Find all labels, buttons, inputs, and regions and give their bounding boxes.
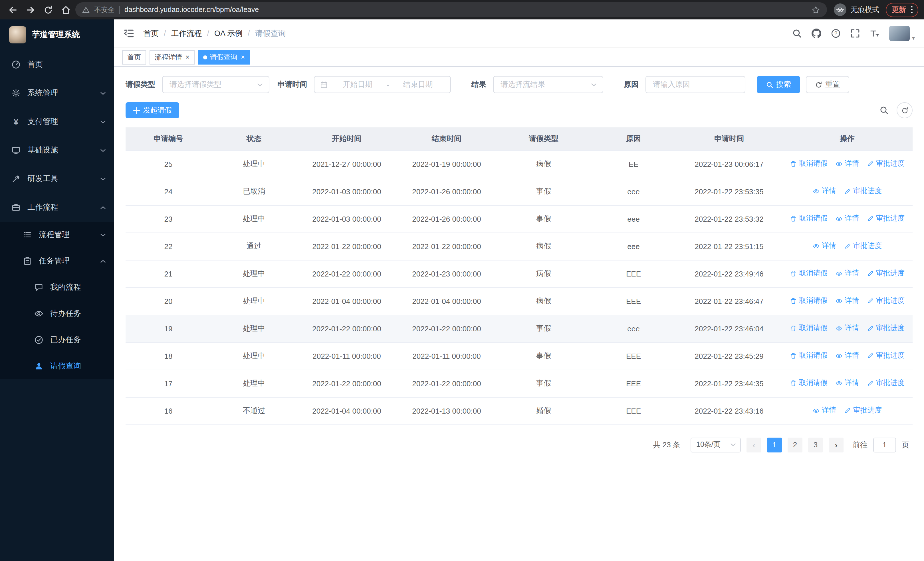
cancel-leave-link[interactable]: 取消请假	[790, 159, 828, 169]
create-leave-button[interactable]: 发起请假	[126, 102, 179, 118]
reason-input[interactable]: 请输入原因	[645, 76, 746, 93]
end-date-input[interactable]: 结束日期	[391, 80, 445, 90]
progress-link[interactable]: 审批进度	[867, 379, 904, 388]
back-icon[interactable]	[8, 5, 18, 15]
breadcrumb-home[interactable]: 首页	[143, 28, 159, 39]
next-page-button[interactable]: ›	[829, 437, 843, 452]
sidebar-collapse-icon[interactable]	[123, 28, 134, 39]
cell-start-time: 2022-01-22 00:00:00	[297, 370, 397, 397]
update-button[interactable]: 更新	[892, 5, 906, 15]
cancel-leave-link[interactable]: 取消请假	[790, 296, 828, 306]
goto-page-input[interactable]	[873, 437, 896, 452]
sidebar-item-process-mgmt[interactable]: 流程管理	[0, 222, 114, 248]
browser-update-menu: 更新	[886, 3, 918, 17]
progress-link[interactable]: 审批进度	[844, 241, 882, 251]
browser-menu-icon[interactable]	[911, 5, 913, 14]
cancel-leave-link[interactable]: 取消请假	[790, 269, 828, 278]
app-logo[interactable]: 芋道管理系统	[0, 20, 114, 50]
detail-link[interactable]: 详情	[813, 406, 836, 416]
page-button-1[interactable]: 1	[767, 437, 782, 452]
bookmark-star-icon[interactable]	[812, 5, 820, 14]
tab-process-detail[interactable]: 流程详情 ×	[150, 50, 195, 64]
start-date-input[interactable]: 开始日期	[331, 80, 384, 90]
forward-icon[interactable]	[26, 5, 35, 15]
sidebar-item-payment-mgmt[interactable]: ¥ 支付管理	[0, 107, 114, 136]
breadcrumb-workflow[interactable]: 工作流程	[171, 28, 202, 39]
cell-apply-id: 22	[126, 233, 211, 260]
user-avatar-menu[interactable]: ▾	[889, 26, 915, 41]
search-button[interactable]: 搜索	[757, 76, 800, 93]
github-icon[interactable]	[812, 29, 821, 38]
url-bar[interactable]: 不安全 dashboard.yudao.iocoder.cn/bpm/oa/le…	[75, 2, 827, 17]
detail-link[interactable]: 详情	[836, 296, 859, 306]
progress-link[interactable]: 审批进度	[867, 159, 904, 169]
cancel-leave-link[interactable]: 取消请假	[790, 214, 828, 224]
prev-page-button[interactable]: ‹	[747, 437, 761, 452]
leave-type-select[interactable]: 请选择请假类型	[162, 76, 269, 93]
sidebar-item-my-process[interactable]: 我的流程	[0, 274, 114, 301]
cell-apply-time: 2022-01-23 00:06:17	[676, 150, 782, 177]
sidebar-item-task-mgmt[interactable]: 任务管理	[0, 248, 114, 274]
detail-link[interactable]: 详情	[836, 159, 859, 169]
detail-link[interactable]: 详情	[836, 269, 859, 278]
help-icon[interactable]: ?	[831, 29, 841, 38]
cancel-leave-link[interactable]: 取消请假	[790, 351, 828, 361]
incognito-badge: 无痕模式	[834, 3, 879, 16]
sidebar-item-dev-tools[interactable]: 研发工具	[0, 164, 114, 193]
progress-link[interactable]: 审批进度	[867, 351, 904, 361]
breadcrumb-current: 请假查询	[255, 28, 286, 39]
cancel-leave-link[interactable]: 取消请假	[790, 323, 828, 333]
page-button-3[interactable]: 3	[808, 437, 823, 452]
tab-home[interactable]: 首页	[122, 50, 146, 64]
font-size-icon[interactable]	[870, 29, 879, 38]
detail-link[interactable]: 详情	[836, 351, 859, 361]
search-icon[interactable]	[792, 29, 802, 38]
progress-link[interactable]: 审批进度	[867, 269, 904, 278]
page-size-select[interactable]: 10条/页	[691, 437, 741, 452]
tab-leave-query[interactable]: 请假查询 ×	[198, 50, 250, 64]
progress-link[interactable]: 审批进度	[844, 406, 882, 416]
user-icon	[34, 362, 44, 371]
detail-link[interactable]: 详情	[813, 241, 836, 251]
cell-leave-type: 病假	[496, 233, 591, 260]
sidebar-item-leave-query[interactable]: 请假查询	[0, 353, 114, 379]
sidebar-item-home[interactable]: 首页	[0, 50, 114, 79]
fullscreen-icon[interactable]	[850, 29, 860, 38]
sidebar-item-system-mgmt[interactable]: 系统管理	[0, 79, 114, 107]
sidebar-item-todo-tasks[interactable]: 待办任务	[0, 301, 114, 327]
reset-button[interactable]: 重置	[806, 76, 849, 93]
sidebar-item-workflow[interactable]: 工作流程	[0, 193, 114, 222]
progress-link[interactable]: 审批进度	[867, 214, 904, 224]
home-icon[interactable]	[61, 5, 71, 15]
col-operations: 操作	[782, 127, 913, 150]
clipboard-icon	[23, 257, 32, 266]
sidebar-item-done-tasks[interactable]: 已办任务	[0, 327, 114, 353]
sidebar-item-infrastructure[interactable]: 基础设施	[0, 136, 114, 164]
progress-link[interactable]: 审批进度	[844, 186, 882, 196]
cell-reason: eee	[591, 233, 676, 260]
detail-link[interactable]: 详情	[813, 186, 836, 196]
cancel-leave-link[interactable]: 取消请假	[790, 379, 828, 388]
toggle-search-icon[interactable]	[879, 106, 889, 115]
detail-link[interactable]: 详情	[836, 323, 859, 333]
gear-icon	[11, 89, 21, 98]
progress-link[interactable]: 审批进度	[867, 323, 904, 333]
cell-apply-time: 2022-01-22 23:45:29	[676, 342, 782, 370]
breadcrumb-oa-example[interactable]: OA 示例	[214, 28, 243, 39]
reload-icon[interactable]	[44, 5, 53, 15]
refresh-table-button[interactable]	[897, 102, 913, 118]
goto-suffix: 页	[902, 439, 909, 450]
table-row: 21 处理中 2022-01-22 00:00:00 2022-01-23 00…	[126, 260, 913, 287]
cell-apply-id: 16	[126, 397, 211, 424]
result-select[interactable]: 请选择流结果	[493, 76, 603, 93]
cell-apply-id: 20	[126, 287, 211, 315]
apply-time-range-picker[interactable]: 开始日期 - 结束日期	[314, 76, 451, 93]
page-button-2[interactable]: 2	[788, 437, 802, 452]
detail-link[interactable]: 详情	[836, 214, 859, 224]
progress-link[interactable]: 审批进度	[867, 296, 904, 306]
security-warning-icon	[82, 6, 90, 14]
close-icon[interactable]: ×	[241, 54, 245, 60]
page-content: 请假类型 请选择请假类型 申请时间 开始日期 - 结束日期	[114, 67, 924, 561]
detail-link[interactable]: 详情	[836, 379, 859, 388]
close-icon[interactable]: ×	[186, 54, 189, 60]
